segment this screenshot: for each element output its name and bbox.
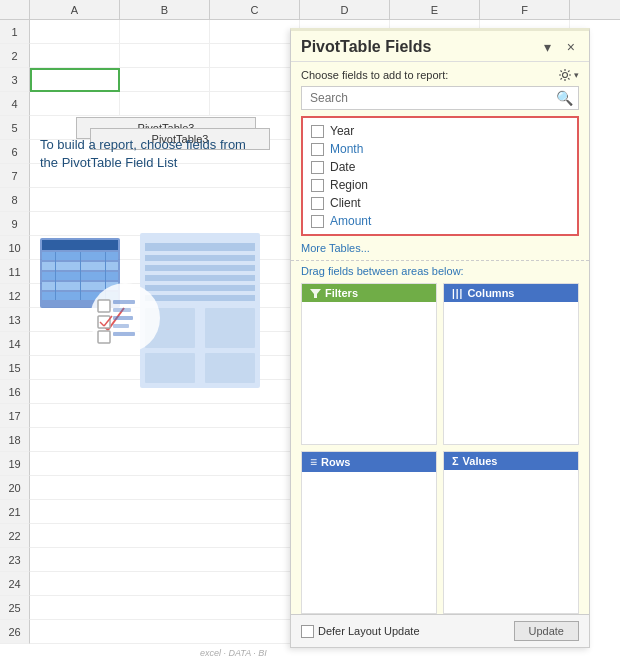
field-checkbox-year[interactable] [311, 125, 324, 138]
drop-zone-columns-body[interactable] [444, 302, 578, 444]
field-item-region[interactable]: Region [303, 176, 577, 194]
field-item-amount[interactable]: Amount [303, 212, 577, 230]
gear-dropdown-arrow: ▾ [574, 70, 579, 80]
pivot-panel: PivotTable Fields ▾ × Choose fields to a… [290, 28, 590, 648]
close-icon[interactable]: × [563, 37, 579, 57]
cell-b2[interactable] [120, 44, 210, 68]
svg-rect-30 [113, 308, 131, 312]
field-label-month: Month [330, 142, 363, 156]
search-box: 🔍 [301, 86, 579, 110]
svg-rect-7 [55, 252, 56, 300]
drop-zone-rows[interactable]: ≡ Rows [301, 451, 437, 615]
search-input[interactable] [301, 86, 579, 110]
cell-b3[interactable] [120, 68, 210, 92]
gear-icon [558, 68, 572, 82]
field-item-month[interactable]: Month [303, 140, 577, 158]
cell-b1[interactable] [120, 20, 210, 44]
values-label: Values [463, 455, 498, 467]
col-header-c: C [210, 0, 300, 19]
svg-rect-8 [80, 252, 81, 300]
drag-label: Drag fields between areas below: [291, 260, 589, 283]
field-checkbox-client[interactable] [311, 197, 324, 210]
svg-rect-29 [113, 300, 135, 304]
drop-zone-values-header: Σ Values [444, 452, 578, 470]
cell-c4[interactable] [210, 92, 300, 116]
choose-fields-text: Choose fields to add to report: [301, 69, 448, 81]
pivot-panel-header: PivotTable Fields ▾ × [291, 31, 589, 62]
cell-a4[interactable] [30, 92, 120, 116]
cell-a2[interactable] [30, 44, 120, 68]
field-label-date: Date [330, 160, 355, 174]
svg-rect-16 [145, 295, 255, 301]
drop-zone-rows-body[interactable] [302, 472, 436, 614]
col-header-e: E [390, 0, 480, 19]
svg-rect-18 [205, 308, 255, 348]
more-tables-link[interactable]: More Tables... [291, 240, 589, 260]
update-button[interactable]: Update [514, 621, 579, 641]
svg-rect-32 [113, 324, 129, 328]
col-header-a: A [30, 0, 120, 19]
filters-label: Filters [325, 287, 358, 299]
svg-point-34 [563, 73, 568, 78]
col-header-d: D [300, 0, 390, 19]
field-checkbox-date[interactable] [311, 161, 324, 174]
field-label-amount: Amount [330, 214, 371, 228]
svg-rect-15 [145, 285, 255, 291]
drop-zone-values[interactable]: Σ Values [443, 451, 579, 615]
svg-rect-20 [205, 353, 255, 383]
field-checkbox-amount[interactable] [311, 215, 324, 228]
cell-a1[interactable] [30, 20, 120, 44]
field-item-year[interactable]: Year [303, 122, 577, 140]
illustration [30, 228, 280, 418]
illustration-svg [30, 228, 270, 413]
drop-zone-columns[interactable]: ||| Columns [443, 283, 579, 445]
drop-zone-filters-body[interactable] [302, 302, 436, 444]
field-checkbox-region[interactable] [311, 179, 324, 192]
settings-dropdown-icon[interactable]: ▾ [540, 37, 555, 57]
search-icon: 🔍 [556, 90, 573, 106]
watermark: excel · DATA · BI [200, 648, 267, 658]
drop-zone-values-body[interactable] [444, 470, 578, 614]
cell-c2[interactable] [210, 44, 300, 68]
svg-rect-1 [42, 240, 118, 250]
cell-c1[interactable] [210, 20, 300, 44]
rows-icon: ≡ [310, 455, 317, 469]
drop-zones: Filters ||| Columns ≡ Rows Σ Values [291, 283, 589, 614]
field-checkbox-month[interactable] [311, 143, 324, 156]
defer-layout-wrap: Defer Layout Update [301, 625, 420, 638]
defer-checkbox[interactable] [301, 625, 314, 638]
pivot-fields-label: Choose fields to add to report: ▾ [291, 62, 589, 86]
filter-icon [310, 288, 321, 299]
columns-icon: ||| [452, 288, 463, 299]
cell-b4[interactable] [120, 92, 210, 116]
svg-marker-35 [310, 289, 321, 298]
pivot-panel-title: PivotTable Fields [301, 38, 431, 56]
columns-label: Columns [467, 287, 514, 299]
pivot-bottom: Defer Layout Update Update [291, 614, 589, 647]
drop-zone-filters-header: Filters [302, 284, 436, 302]
svg-rect-22 [98, 300, 110, 312]
svg-rect-25 [98, 316, 110, 328]
svg-rect-19 [145, 353, 195, 383]
cell-c3[interactable] [210, 68, 300, 92]
header-corner [0, 0, 30, 19]
svg-rect-28 [98, 331, 110, 343]
drop-zone-columns-header: ||| Columns [444, 284, 578, 302]
col-header-f: F [480, 0, 570, 19]
values-icon: Σ [452, 455, 459, 467]
col-headers: A B C D E F [0, 0, 620, 20]
field-item-date[interactable]: Date [303, 158, 577, 176]
defer-label: Defer Layout Update [318, 625, 420, 637]
cell-a3-active[interactable] [30, 68, 120, 92]
field-label-client: Client [330, 196, 361, 210]
svg-rect-33 [113, 332, 135, 336]
drop-zone-rows-header: ≡ Rows [302, 452, 436, 472]
drop-zone-filters[interactable]: Filters [301, 283, 437, 445]
fields-list: Year Month Date Region Client Amount [301, 116, 579, 236]
svg-rect-14 [145, 275, 255, 281]
gear-button[interactable]: ▾ [558, 68, 579, 82]
field-item-client[interactable]: Client [303, 194, 577, 212]
instruction-text: To build a report, choose fields from th… [36, 132, 266, 176]
col-header-b: B [120, 0, 210, 19]
svg-rect-13 [145, 265, 255, 271]
